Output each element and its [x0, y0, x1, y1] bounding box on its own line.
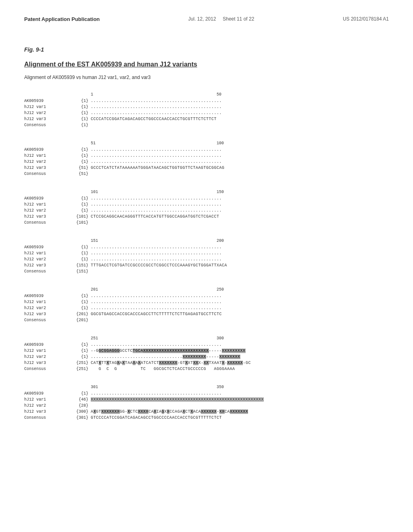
seq-row-var1-2: hJ12 var1 {1} ..........................… [24, 153, 389, 159]
ruler-1: 1 50 [24, 92, 389, 97]
alignment-block-2: 51 100 AK005939 {1} ....................… [24, 141, 389, 177]
alignment-content: 1 50 AK005939 {1} ......................… [24, 92, 389, 421]
ruler-2: 51 100 [24, 141, 389, 145]
alignment-block-1: 1 50 AK005939 {1} ......................… [24, 92, 389, 128]
seq-row-cons-4: Consensus {151} [24, 269, 389, 274]
seq-row-var3-6: hJ12 var3 {251} CATXTTXTAGXAXTAAXAXATCAT… [24, 360, 389, 366]
seq-row-var1-3: hJ12 var1 {1} ..........................… [24, 202, 389, 208]
header-patent-number: US 2012/0178184 A1 [343, 16, 389, 22]
seq-row-ak4: AK005939 {1} ...........................… [24, 245, 389, 250]
seq-row-cons-2: Consensus {51} [24, 171, 389, 177]
ruler-7: 301 350 [24, 385, 389, 389]
ruler-4: 151 200 [24, 239, 389, 243]
seq-row-cons-6: Consensus {251} G C G TC GGCGCTCTCACCTGC… [24, 366, 389, 372]
seq-row-var2-5: hJ12 var2 {1} ..........................… [24, 305, 389, 311]
seq-row-var3-4: hJ12 var3 {151} TTTGACCTCGTGATCCGCCCCGCC… [24, 263, 389, 268]
seq-row-ak6: AK005939 {1} ...........................… [24, 342, 389, 348]
seq-row-cons-1: Consensus {1} [24, 123, 389, 128]
seq-row-cons-7: Consensus {301} GTCCCCATCCGGATCAGACAGCCT… [24, 415, 389, 421]
seq-row-var2-6: hJ12 var2 {1} ..........................… [24, 354, 389, 360]
seq-row-ak3: AK005939 {1} ...........................… [24, 196, 389, 202]
ruler-3: 101 150 [24, 190, 389, 194]
seq-row-ak7: AK005939 {1} ...........................… [24, 391, 389, 397]
seq-row-var3-1: hJ12 var3 {1} CCCCATCCGGATCAGACAGCCTGGCC… [24, 116, 389, 122]
seq-row-ak5: AK005939 {1} ...........................… [24, 293, 389, 299]
header-publication-label: Patent Application Publication [24, 16, 100, 22]
alignment-block-7: 301 350 AK005939 {1} ...................… [24, 385, 389, 421]
page-header: Patent Application Publication Jul. 12, … [24, 16, 389, 22]
seq-row-cons-3: Consensus {101} [24, 220, 389, 226]
alignment-block-6: 251 300 AK005939 {1} ...................… [24, 336, 389, 372]
header-date: Jul. 12, 2012 [188, 16, 216, 22]
figure-subtitle: Alignment of AK005939 vs human J12 var1,… [24, 75, 389, 80]
seq-row-var1-5: hJ12 var1 {1} ..........................… [24, 299, 389, 305]
ruler-5: 201 250 [24, 287, 389, 292]
seq-row-var3-3: hJ12 var3 {101} CTCCGCAGGCAACAGGGTTTCACC… [24, 214, 389, 220]
seq-row-ak1: AK005939 {1} ...........................… [24, 98, 389, 104]
seq-row-var1-7: hJ12 var1 {46} XXXXXXXXXXXXXXXXXXXXXXXXX… [24, 397, 389, 403]
seq-row-var1-6: hJ12 var1 {1} --GGCGGAGGGGCCTCTGCAXXXXXX… [24, 348, 389, 354]
seq-row-var2-7: hJ12 var2 {28} [24, 403, 389, 409]
alignment-block-4: 151 200 AK005939 {1} ...................… [24, 239, 389, 274]
seq-row-var3-2: hJ12 var3 {51} GCCCTCATCTATAAAAAATGGGATA… [24, 165, 389, 171]
ruler-6: 251 300 [24, 336, 389, 341]
seq-row-cons-5: Consensus {201} [24, 318, 389, 323]
alignment-block-5: 201 250 AK005939 {1} ...................… [24, 287, 389, 323]
header-sheet: Sheet 11 of 22 [223, 16, 254, 22]
seq-row-var1-4: hJ12 var1 {1} ..........................… [24, 251, 389, 256]
seq-row-var2-2: hJ12 var2 {1} ..........................… [24, 159, 389, 165]
seq-row-var2-1: hJ12 var2 {1} ..........................… [24, 110, 389, 116]
figure-label: Fig. 9-1 [24, 46, 389, 53]
seq-row-var1-1: hJ12 var1 {1} ..........................… [24, 104, 389, 110]
seq-row-var3-7: hJ12 var3 {300} AXGTXXXXXXXGG-XCTCXXXXCA… [24, 409, 389, 415]
seq-row-var2-3: hJ12 var2 {1} ..........................… [24, 208, 389, 214]
alignment-block-3: 101 150 AK005939 {1} ...................… [24, 190, 389, 226]
seq-row-ak2: AK005939 {1} ...........................… [24, 147, 389, 153]
seq-row-var3-5: hJ12 var3 {201} GGCGTGAGCCACCGCACCCAGCCT… [24, 312, 389, 317]
seq-row-var2-4: hJ12 var2 {1} ..........................… [24, 257, 389, 262]
header-date-sheet: Jul. 12, 2012 Sheet 11 of 22 [188, 16, 254, 22]
figure-title: Alignment of the EST AK005939 and human … [24, 61, 389, 68]
